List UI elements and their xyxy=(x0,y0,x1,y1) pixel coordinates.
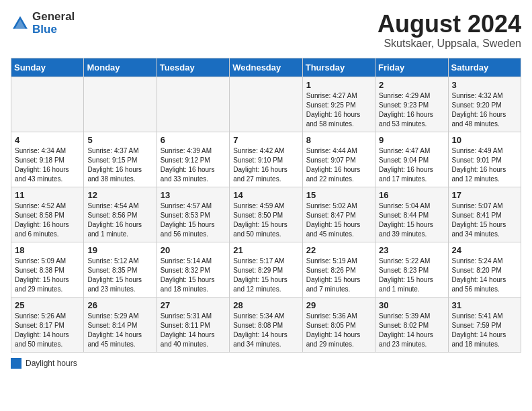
legend-label: Daylight hours xyxy=(26,359,77,368)
day-number: 6 xyxy=(161,135,226,145)
day-number: 2 xyxy=(379,80,444,90)
calendar-day-header: Tuesday xyxy=(157,58,229,77)
day-number: 19 xyxy=(87,245,152,255)
calendar-day-cell: 16Sunrise: 5:04 AM Sunset: 8:44 PM Dayli… xyxy=(375,187,448,242)
day-number: 3 xyxy=(452,80,517,90)
day-number: 28 xyxy=(233,300,298,310)
day-info: Sunrise: 5:12 AM Sunset: 8:35 PM Dayligh… xyxy=(87,257,152,294)
calendar-day-cell: 2Sunrise: 4:29 AM Sunset: 9:23 PM Daylig… xyxy=(375,77,448,132)
calendar-day-cell xyxy=(11,77,84,132)
day-number: 25 xyxy=(15,300,80,310)
day-info: Sunrise: 4:32 AM Sunset: 9:20 PM Dayligh… xyxy=(452,91,517,129)
calendar-day-cell: 19Sunrise: 5:12 AM Sunset: 8:35 PM Dayli… xyxy=(84,242,157,297)
calendar-day-cell xyxy=(157,77,229,132)
logo: General Blue xyxy=(11,11,75,36)
calendar-day-cell: 11Sunrise: 4:52 AM Sunset: 8:58 PM Dayli… xyxy=(11,187,84,242)
calendar-day-cell: 9Sunrise: 4:47 AM Sunset: 9:04 PM Daylig… xyxy=(375,132,448,187)
day-info: Sunrise: 5:22 AM Sunset: 8:23 PM Dayligh… xyxy=(379,257,444,294)
day-info: Sunrise: 4:57 AM Sunset: 8:53 PM Dayligh… xyxy=(161,201,226,239)
location-subtitle: Skutskaer, Uppsala, Sweden xyxy=(378,38,521,50)
day-info: Sunrise: 5:09 AM Sunset: 8:38 PM Dayligh… xyxy=(15,257,80,294)
calendar-day-cell: 15Sunrise: 5:02 AM Sunset: 8:47 PM Dayli… xyxy=(302,187,375,242)
day-info: Sunrise: 5:24 AM Sunset: 8:20 PM Dayligh… xyxy=(452,257,517,294)
calendar-week-row: 1Sunrise: 4:27 AM Sunset: 9:25 PM Daylig… xyxy=(11,77,521,132)
calendar-day-cell: 27Sunrise: 5:31 AM Sunset: 8:11 PM Dayli… xyxy=(157,297,229,352)
day-info: Sunrise: 5:39 AM Sunset: 8:02 PM Dayligh… xyxy=(379,312,444,349)
day-info: Sunrise: 4:29 AM Sunset: 9:23 PM Dayligh… xyxy=(379,91,444,129)
calendar-day-cell: 30Sunrise: 5:39 AM Sunset: 8:02 PM Dayli… xyxy=(375,297,448,352)
day-number: 9 xyxy=(379,135,444,145)
day-info: Sunrise: 5:31 AM Sunset: 8:11 PM Dayligh… xyxy=(161,312,226,349)
calendar-day-header: Thursday xyxy=(302,58,375,77)
day-info: Sunrise: 4:49 AM Sunset: 9:01 PM Dayligh… xyxy=(452,146,517,184)
calendar-day-header: Monday xyxy=(84,58,157,77)
calendar-day-cell: 18Sunrise: 5:09 AM Sunset: 8:38 PM Dayli… xyxy=(11,242,84,297)
calendar-day-cell: 1Sunrise: 4:27 AM Sunset: 9:25 PM Daylig… xyxy=(302,77,375,132)
calendar-day-cell: 29Sunrise: 5:36 AM Sunset: 8:05 PM Dayli… xyxy=(302,297,375,352)
day-number: 11 xyxy=(15,190,80,200)
calendar-day-cell: 7Sunrise: 4:42 AM Sunset: 9:10 PM Daylig… xyxy=(230,132,302,187)
day-number: 20 xyxy=(161,245,226,255)
calendar-day-cell: 24Sunrise: 5:24 AM Sunset: 8:20 PM Dayli… xyxy=(448,242,521,297)
day-number: 10 xyxy=(452,135,517,145)
day-number: 1 xyxy=(306,80,371,90)
calendar-week-row: 4Sunrise: 4:34 AM Sunset: 9:18 PM Daylig… xyxy=(11,132,521,187)
day-info: Sunrise: 4:42 AM Sunset: 9:10 PM Dayligh… xyxy=(233,146,298,184)
logo-general-text: General xyxy=(32,11,75,24)
calendar-day-cell: 8Sunrise: 4:44 AM Sunset: 9:07 PM Daylig… xyxy=(302,132,375,187)
day-info: Sunrise: 4:34 AM Sunset: 9:18 PM Dayligh… xyxy=(15,146,80,184)
day-number: 12 xyxy=(87,190,152,200)
day-number: 15 xyxy=(306,190,371,200)
calendar-day-header: Wednesday xyxy=(230,58,302,77)
day-number: 27 xyxy=(161,300,226,310)
calendar-day-cell: 5Sunrise: 4:37 AM Sunset: 9:15 PM Daylig… xyxy=(84,132,157,187)
day-info: Sunrise: 5:02 AM Sunset: 8:47 PM Dayligh… xyxy=(306,201,371,239)
day-number: 26 xyxy=(87,300,152,310)
day-info: Sunrise: 4:47 AM Sunset: 9:04 PM Dayligh… xyxy=(379,146,444,184)
calendar-day-cell: 14Sunrise: 4:59 AM Sunset: 8:50 PM Dayli… xyxy=(230,187,302,242)
day-number: 16 xyxy=(379,190,444,200)
day-number: 30 xyxy=(379,300,444,310)
calendar-day-cell: 23Sunrise: 5:22 AM Sunset: 8:23 PM Dayli… xyxy=(375,242,448,297)
day-info: Sunrise: 5:36 AM Sunset: 8:05 PM Dayligh… xyxy=(306,312,371,349)
day-number: 31 xyxy=(452,300,517,310)
calendar-day-cell: 31Sunrise: 5:41 AM Sunset: 7:59 PM Dayli… xyxy=(448,297,521,352)
calendar-day-cell: 3Sunrise: 4:32 AM Sunset: 9:20 PM Daylig… xyxy=(448,77,521,132)
day-info: Sunrise: 5:34 AM Sunset: 8:08 PM Dayligh… xyxy=(233,312,298,349)
calendar-day-cell: 10Sunrise: 4:49 AM Sunset: 9:01 PM Dayli… xyxy=(448,132,521,187)
calendar-day-cell: 26Sunrise: 5:29 AM Sunset: 8:14 PM Dayli… xyxy=(84,297,157,352)
day-info: Sunrise: 5:41 AM Sunset: 7:59 PM Dayligh… xyxy=(452,312,517,349)
calendar-day-cell: 28Sunrise: 5:34 AM Sunset: 8:08 PM Dayli… xyxy=(230,297,302,352)
calendar-day-header: Saturday xyxy=(448,58,521,77)
day-info: Sunrise: 4:27 AM Sunset: 9:25 PM Dayligh… xyxy=(306,91,371,129)
calendar-day-header: Sunday xyxy=(11,58,84,77)
day-info: Sunrise: 4:37 AM Sunset: 9:15 PM Dayligh… xyxy=(87,146,152,184)
legend: Daylight hours xyxy=(11,358,521,369)
day-info: Sunrise: 4:54 AM Sunset: 8:56 PM Dayligh… xyxy=(87,201,152,239)
day-number: 7 xyxy=(233,135,298,145)
day-number: 14 xyxy=(233,190,298,200)
calendar-day-cell: 21Sunrise: 5:17 AM Sunset: 8:29 PM Dayli… xyxy=(230,242,302,297)
day-info: Sunrise: 5:19 AM Sunset: 8:26 PM Dayligh… xyxy=(306,257,371,294)
day-info: Sunrise: 4:44 AM Sunset: 9:07 PM Dayligh… xyxy=(306,146,371,184)
day-number: 4 xyxy=(15,135,80,145)
day-number: 18 xyxy=(15,245,80,255)
calendar-day-cell xyxy=(230,77,302,132)
calendar-day-cell: 25Sunrise: 5:26 AM Sunset: 8:17 PM Dayli… xyxy=(11,297,84,352)
calendar-week-row: 11Sunrise: 4:52 AM Sunset: 8:58 PM Dayli… xyxy=(11,187,521,242)
day-info: Sunrise: 5:07 AM Sunset: 8:41 PM Dayligh… xyxy=(452,201,517,239)
calendar-day-cell: 6Sunrise: 4:39 AM Sunset: 9:12 PM Daylig… xyxy=(157,132,229,187)
calendar-table: SundayMondayTuesdayWednesdayThursdayFrid… xyxy=(11,58,521,353)
day-info: Sunrise: 4:59 AM Sunset: 8:50 PM Dayligh… xyxy=(233,201,298,239)
page-header: General Blue August 2024 Skutskaer, Upps… xyxy=(11,11,521,50)
day-number: 13 xyxy=(161,190,226,200)
logo-text: General Blue xyxy=(32,11,75,36)
calendar-day-cell: 4Sunrise: 4:34 AM Sunset: 9:18 PM Daylig… xyxy=(11,132,84,187)
calendar-day-cell: 12Sunrise: 4:54 AM Sunset: 8:56 PM Dayli… xyxy=(84,187,157,242)
calendar-day-cell: 13Sunrise: 4:57 AM Sunset: 8:53 PM Dayli… xyxy=(157,187,229,242)
day-number: 17 xyxy=(452,190,517,200)
title-section: August 2024 Skutskaer, Uppsala, Sweden xyxy=(378,11,521,50)
calendar-day-cell: 22Sunrise: 5:19 AM Sunset: 8:26 PM Dayli… xyxy=(302,242,375,297)
day-info: Sunrise: 4:39 AM Sunset: 9:12 PM Dayligh… xyxy=(161,146,226,184)
calendar-week-row: 18Sunrise: 5:09 AM Sunset: 8:38 PM Dayli… xyxy=(11,242,521,297)
